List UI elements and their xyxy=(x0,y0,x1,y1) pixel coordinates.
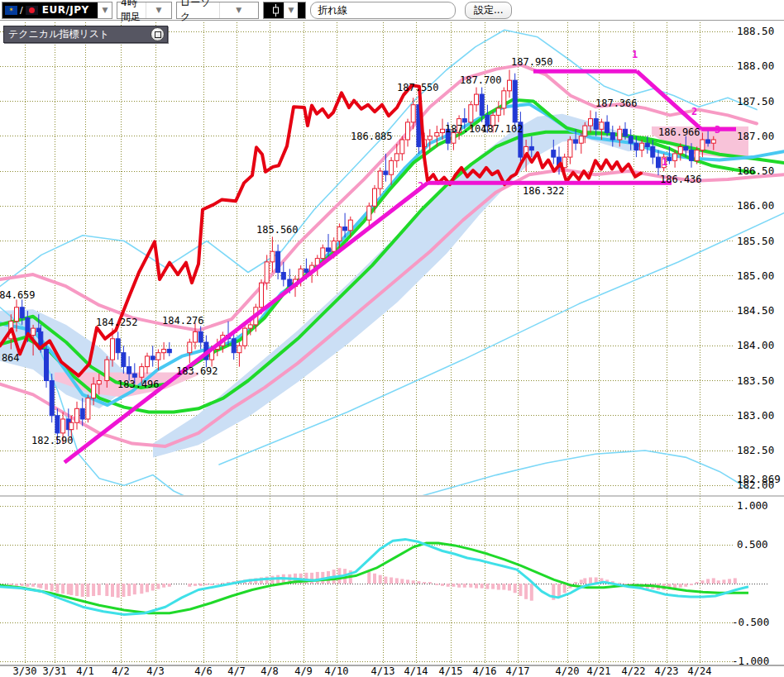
svg-text:4/1: 4/1 xyxy=(76,665,94,677)
svg-text:188.00: 188.00 xyxy=(737,60,774,72)
overlay-type-label: 折れ線 xyxy=(318,3,347,17)
svg-text:4/20: 4/20 xyxy=(556,665,580,677)
svg-text:187.700: 187.700 xyxy=(460,74,502,86)
svg-text:183.496: 183.496 xyxy=(117,379,160,390)
restore-window-icon[interactable] xyxy=(151,27,165,41)
chart-type-select[interactable]: ローソク ▼ xyxy=(176,2,259,19)
candle-style-select[interactable]: ▼ xyxy=(263,2,306,19)
svg-text:186.436: 186.436 xyxy=(660,174,702,185)
svg-text:-1.000: -1.000 xyxy=(732,655,769,667)
overlay-type-field[interactable]: 折れ線 xyxy=(310,2,456,19)
svg-text:3/31: 3/31 xyxy=(43,665,67,677)
svg-text:4/16: 4/16 xyxy=(473,665,497,677)
svg-text:2: 2 xyxy=(418,180,423,192)
svg-text:186.00: 186.00 xyxy=(737,199,774,212)
chevron-down-icon: ▼ xyxy=(98,2,112,18)
chevron-down-icon: ▼ xyxy=(284,2,298,18)
timeframe-select[interactable]: 4時間足 ▼ xyxy=(117,2,172,19)
svg-text:187.00: 187.00 xyxy=(737,130,774,142)
svg-text:4/22: 4/22 xyxy=(622,665,646,677)
currency-pair-select[interactable]: ✶ / EUR/JPY ▼ xyxy=(2,2,112,19)
svg-text:183.692: 183.692 xyxy=(176,365,218,377)
fx-chart-app: { "toolbar": { "pair_label": "EUR/JPY", … xyxy=(0,0,784,677)
svg-text:184.00: 184.00 xyxy=(737,339,774,351)
svg-text:184.50: 184.50 xyxy=(737,304,774,317)
svg-text:187.102: 187.102 xyxy=(481,123,523,135)
candlestick-icon xyxy=(271,4,280,17)
svg-text:183.864: 183.864 xyxy=(0,352,20,364)
svg-text:0.500: 0.500 xyxy=(737,538,768,551)
svg-text:182.869: 182.869 xyxy=(737,473,781,485)
settings-button[interactable]: 設定... xyxy=(465,2,512,19)
svg-text:186.966: 186.966 xyxy=(658,126,700,138)
chevron-down-icon: ▼ xyxy=(219,2,259,18)
toolbar: ✶ / EUR/JPY ▼ 4時間足 ▼ ローソク ▼ ▼ 折れ線 設定... xyxy=(0,0,784,21)
svg-text:3/30: 3/30 xyxy=(13,665,37,677)
svg-text:4/23: 4/23 xyxy=(655,665,679,677)
svg-text:186.885: 186.885 xyxy=(351,131,393,142)
svg-text:187.50: 187.50 xyxy=(737,95,774,107)
svg-text:4/13: 4/13 xyxy=(371,665,395,677)
svg-text:186.322: 186.322 xyxy=(523,185,565,197)
panel-title: テクニカル指標リスト xyxy=(8,27,109,41)
svg-text:4/3: 4/3 xyxy=(146,665,165,677)
pair-slash: / xyxy=(20,5,23,16)
svg-text:185.50: 185.50 xyxy=(737,235,774,247)
svg-text:183.50: 183.50 xyxy=(737,374,774,387)
svg-text:182.50: 182.50 xyxy=(737,444,774,456)
svg-text:1.000: 1.000 xyxy=(737,499,768,512)
svg-text:185.00: 185.00 xyxy=(737,269,774,282)
svg-text:2: 2 xyxy=(691,106,697,117)
chevron-down-icon: ▼ xyxy=(146,2,171,18)
svg-text:187.550: 187.550 xyxy=(397,82,439,93)
svg-text:4/2: 4/2 xyxy=(112,665,130,677)
svg-text:4/14: 4/14 xyxy=(404,665,428,677)
svg-text:4/21: 4/21 xyxy=(587,665,611,677)
svg-text:4/17: 4/17 xyxy=(506,665,530,677)
svg-text:1: 1 xyxy=(662,156,667,168)
chart-type-label: ローソク xyxy=(180,0,219,24)
jp-flag-icon xyxy=(26,6,38,15)
svg-text:4/9: 4/9 xyxy=(294,665,313,677)
svg-text:4/15: 4/15 xyxy=(439,665,463,677)
svg-text:3: 3 xyxy=(715,124,720,136)
svg-text:182.590: 182.590 xyxy=(31,435,74,446)
svg-text:187.104: 187.104 xyxy=(445,123,487,135)
svg-text:4/6: 4/6 xyxy=(194,665,213,677)
svg-text:183.00: 183.00 xyxy=(737,409,774,422)
svg-text:184.659: 184.659 xyxy=(0,289,36,301)
svg-text:4/10: 4/10 xyxy=(325,665,349,677)
svg-text:187.366: 187.366 xyxy=(595,98,638,109)
svg-text:184.252: 184.252 xyxy=(96,317,138,328)
svg-text:188.50: 188.50 xyxy=(737,25,774,37)
svg-text:4/7: 4/7 xyxy=(227,665,246,677)
currency-pair-label: EUR/JPY xyxy=(41,4,95,16)
svg-text:187.950: 187.950 xyxy=(511,56,553,68)
svg-text:-0.500: -0.500 xyxy=(732,616,769,628)
eu-flag-icon: ✶ xyxy=(5,6,17,15)
svg-text:184.276: 184.276 xyxy=(162,315,204,327)
timeframe-label: 4時間足 xyxy=(121,0,146,24)
svg-text:1: 1 xyxy=(632,49,638,60)
technical-indicator-list-panel[interactable]: テクニカル指標リスト xyxy=(3,26,168,43)
chart-canvas[interactable]: 12321184.659183.864184.252184.276183.496… xyxy=(0,0,784,677)
svg-text:4/24: 4/24 xyxy=(688,665,712,677)
svg-text:4/8: 4/8 xyxy=(261,665,279,677)
svg-text:186.50: 186.50 xyxy=(737,164,774,177)
svg-text:185.560: 185.560 xyxy=(256,224,299,236)
